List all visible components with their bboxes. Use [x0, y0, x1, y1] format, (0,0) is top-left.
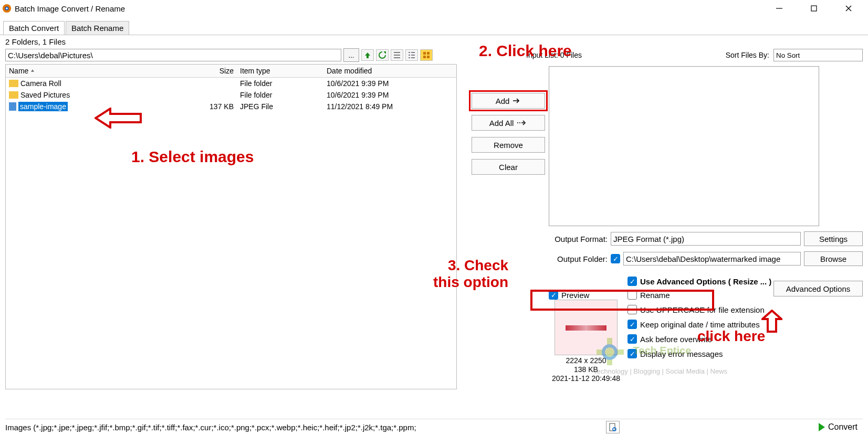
displayerrors-label: Display error messages [640, 349, 723, 358]
annotation-box [530, 290, 714, 311]
play-icon [819, 423, 825, 431]
file-size: 137 KB [205, 102, 237, 111]
annotation-3: 3. Check this option [433, 257, 508, 291]
keepdate-checkbox[interactable]: ✓ [628, 320, 637, 329]
browse-path-button[interactable]: ... [343, 48, 359, 62]
displayerrors-checkbox[interactable]: ✓ [628, 349, 637, 358]
tab-bar: Batch Convert Batch Rename [0, 21, 868, 35]
col-name[interactable]: Name [6, 65, 205, 77]
file-icon [9, 102, 16, 111]
file-type: File folder [237, 79, 323, 88]
file-browser: Name Size Item type Date modified Camera… [5, 64, 457, 389]
arrow-right-icon [513, 98, 521, 104]
sort-asc-icon [30, 69, 35, 73]
title-bar: Batch Image Convert / Rename [0, 0, 868, 17]
output-folder-input[interactable] [623, 252, 801, 266]
output-format-select[interactable] [611, 232, 801, 246]
svg-rect-6 [423, 56, 426, 58]
svg-rect-4 [423, 52, 426, 55]
sort-label: Sort Files By: [726, 51, 769, 59]
file-row[interactable]: sample-image 137 KB JPEG File 11/12/2021… [6, 101, 456, 112]
convert-button[interactable]: Convert [813, 420, 863, 434]
view-list-icon[interactable] [391, 49, 403, 61]
file-type: JPEG File [237, 102, 323, 111]
svg-point-2 [6, 7, 8, 9]
file-row[interactable]: Saved Pictures File folder 10/6/2021 9:3… [6, 89, 456, 101]
sort-select[interactable] [773, 49, 863, 61]
window-title: Batch Image Convert / Rename [15, 4, 125, 13]
file-row[interactable]: Camera Roll File folder 10/6/2021 9:39 P… [6, 78, 456, 89]
file-name: Saved Pictures [20, 91, 70, 99]
up-folder-icon[interactable] [361, 49, 374, 61]
file-name: Camera Roll [20, 79, 61, 88]
settings-button[interactable]: Settings [804, 231, 863, 246]
input-list[interactable] [549, 66, 819, 226]
col-type[interactable]: Item type [237, 65, 323, 77]
file-filter-text: Images (*.jpg;*.jpe;*.jpeg;*.jfif;*.bmp;… [5, 423, 416, 432]
output-format-label: Output Format: [549, 235, 608, 243]
keepdate-label: Keep original date / time attributes [640, 320, 760, 329]
browse-button[interactable]: Browse [804, 251, 863, 266]
annotation-arrow-up [761, 310, 782, 334]
tab-batch-convert[interactable]: Batch Convert [3, 21, 65, 35]
file-date: 10/6/2021 9:39 PM [323, 79, 456, 88]
output-folder-checkbox[interactable]: ✓ [611, 254, 620, 263]
maximize-button[interactable] [802, 1, 826, 16]
col-date[interactable]: Date modified [323, 65, 456, 77]
svg-rect-3 [811, 6, 817, 11]
use-advanced-checkbox[interactable]: ✓ [628, 277, 637, 286]
askoverwrite-checkbox[interactable]: ✓ [628, 334, 637, 344]
view-thumbs-icon[interactable] [420, 49, 433, 61]
folder-icon [9, 80, 18, 87]
preview-size: 138 KB [552, 365, 620, 374]
add-all-button[interactable]: Add All [472, 115, 545, 131]
annotation-1: 1. Select images [131, 148, 254, 166]
tab-batch-rename[interactable]: Batch Rename [66, 21, 129, 35]
svg-rect-7 [427, 56, 430, 58]
annotation-2: 2. Click here [479, 42, 572, 60]
annotation-arrow-left [95, 108, 142, 130]
svg-rect-5 [427, 52, 430, 55]
file-type: File folder [237, 91, 323, 99]
view-details-icon[interactable] [405, 49, 418, 61]
clear-button[interactable]: Clear [472, 159, 545, 175]
file-name: sample-image [18, 102, 68, 111]
annotation-4: click here [697, 328, 765, 345]
add-button[interactable]: Add [472, 93, 545, 109]
use-advanced-label: Use Advanced Options ( Resize ... ) [640, 277, 771, 286]
svg-rect-8 [610, 423, 615, 431]
remove-button[interactable]: Remove [472, 137, 545, 153]
output-folder-label: Output Folder: [549, 254, 608, 263]
preview-dims: 2224 x 2250 [552, 356, 620, 365]
preview-page-icon[interactable] [606, 421, 620, 433]
minimize-button[interactable] [767, 1, 791, 16]
preview-date: 2021-11-12 20:49:48 [552, 374, 620, 383]
close-button[interactable] [836, 1, 861, 16]
app-icon [2, 4, 12, 13]
folder-icon [9, 91, 18, 99]
svg-point-9 [613, 428, 616, 431]
refresh-icon[interactable] [376, 49, 389, 61]
path-input[interactable] [5, 49, 341, 61]
file-date: 10/6/2021 9:39 PM [323, 91, 456, 99]
file-date: 11/12/2021 8:49 PM [323, 102, 456, 111]
col-size[interactable]: Size [205, 65, 237, 77]
folder-summary: 2 Folders, 1 Files [0, 35, 868, 48]
arrow-multi-right-icon [517, 120, 527, 126]
